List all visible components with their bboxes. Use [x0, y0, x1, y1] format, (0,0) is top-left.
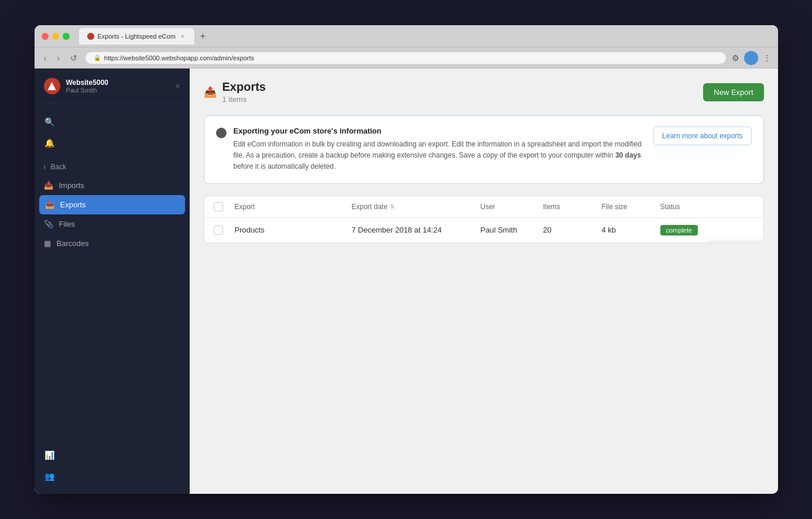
- info-banner-content: Exporting your eCom store's information …: [216, 127, 642, 173]
- store-info-text: Website5000 Paul Smith: [66, 78, 109, 94]
- sidebar-item-label-barcodes: Barcodes: [57, 239, 89, 248]
- row-file-size: 4 kb: [602, 226, 660, 234]
- row-checkbox[interactable]: [214, 226, 223, 235]
- header-export-date[interactable]: Export date ⇅: [352, 202, 481, 211]
- close-window-button[interactable]: [42, 33, 49, 40]
- sidebar-item-exports[interactable]: 📤 Exports: [39, 195, 185, 214]
- column-export-date-label: Export date: [352, 203, 388, 211]
- header-status: Status: [660, 202, 754, 211]
- analytics-icon: 📊: [44, 450, 56, 460]
- tab-label: Exports - Lightspeed eCom: [98, 33, 176, 40]
- lock-icon: 🔒: [94, 54, 101, 61]
- maximize-window-button[interactable]: [63, 33, 70, 40]
- browser-titlebar: Exports - Lightspeed eCom × +: [35, 25, 778, 47]
- back-navigation-button[interactable]: ‹: [42, 52, 49, 64]
- header-checkbox-cell: [214, 202, 235, 211]
- store-name: Website5000: [66, 78, 109, 87]
- row-checkbox-cell: [214, 226, 235, 235]
- browser-tabs: Exports - Lightspeed eCom × +: [79, 28, 771, 45]
- column-user-label: User: [481, 203, 495, 211]
- back-label: Back: [51, 163, 67, 171]
- row-items: 20: [543, 226, 602, 234]
- page-header: 📤 Exports 1 items New Export: [204, 80, 764, 104]
- header-items: Items: [543, 202, 602, 211]
- sidebar-collapse-button[interactable]: ×: [175, 81, 180, 91]
- header-user: User: [481, 202, 543, 211]
- row-export-date: 7 December 2018 at 14:24: [352, 226, 481, 234]
- url-text: https://website5000.webshopapp.com/admin…: [104, 54, 254, 62]
- tab-close-button[interactable]: ×: [179, 33, 186, 40]
- settings-icon[interactable]: ⚙: [732, 53, 739, 63]
- bell-icon: 🔔: [44, 138, 56, 148]
- header-export: Export: [235, 202, 352, 211]
- sidebar-section-imports-exports: ‹ Back 📥 Imports 📤 Exports 📎 Files: [35, 153, 190, 258]
- store-logo: [44, 78, 60, 94]
- sidebar-item-search[interactable]: 🔍: [35, 111, 190, 132]
- user-avatar[interactable]: [744, 51, 758, 65]
- sidebar-item-files[interactable]: 📎 Files: [35, 214, 190, 234]
- page-title: Exports: [222, 80, 266, 94]
- store-logo-icon: [48, 82, 56, 90]
- sidebar-item-notifications[interactable]: 🔔: [35, 132, 190, 153]
- files-icon: 📎: [44, 220, 53, 228]
- exports-table: Export Export date ⇅ User Items File siz…: [204, 196, 764, 243]
- active-browser-tab[interactable]: Exports - Lightspeed eCom ×: [79, 28, 194, 45]
- search-icon: 🔍: [44, 117, 56, 127]
- imports-icon: 📥: [44, 181, 53, 190]
- address-bar[interactable]: 🔒 https://website5000.webshopapp.com/adm…: [85, 52, 726, 64]
- row-actions: complete Download: [660, 225, 754, 235]
- people-icon: 👥: [44, 472, 56, 481]
- select-all-checkbox[interactable]: [214, 202, 223, 211]
- info-icon: [216, 128, 227, 138]
- sidebar-store-info: Website5000 Paul Smith: [44, 78, 109, 94]
- column-file-size-label: File size: [602, 203, 628, 211]
- table-row: Products 7 December 2018 at 14:24 Paul S…: [204, 218, 763, 243]
- browser-controls-right: ⚙ ⋮: [732, 51, 771, 65]
- sidebar-item-label-exports: Exports: [60, 200, 86, 209]
- header-file-size: File size: [602, 202, 660, 211]
- learn-more-button[interactable]: Learn more about exports: [653, 127, 751, 145]
- info-banner: Exporting your eCom store's information …: [204, 115, 764, 184]
- table-header: Export Export date ⇅ User Items File siz…: [204, 196, 763, 218]
- chevron-left-icon: ‹: [44, 163, 46, 171]
- main-content: 📤 Exports 1 items New Export Exporting y…: [190, 69, 778, 494]
- info-description: Edit eCom information in bulk by creatin…: [234, 139, 642, 173]
- menu-icon[interactable]: ⋮: [763, 53, 771, 63]
- minimize-window-button[interactable]: [52, 33, 59, 40]
- context-menu: Download: [707, 241, 764, 243]
- status-badge: complete: [660, 225, 698, 235]
- info-text-block: Exporting your eCom store's information …: [234, 127, 642, 173]
- new-tab-button[interactable]: +: [197, 30, 209, 43]
- new-export-button[interactable]: New Export: [703, 83, 763, 101]
- store-user: Paul Smith: [66, 87, 109, 94]
- sidebar-back-button[interactable]: ‹ Back: [35, 158, 190, 176]
- traffic-lights: [42, 33, 70, 40]
- page-title-block: Exports 1 items: [222, 80, 266, 104]
- items-count: 1 items: [222, 95, 266, 104]
- column-items-label: Items: [543, 203, 560, 211]
- refresh-button[interactable]: ↺: [68, 52, 80, 64]
- download-menu-item[interactable]: Download: [708, 242, 764, 243]
- sidebar-item-label-imports: Imports: [59, 181, 84, 190]
- sort-icon: ⇅: [390, 203, 395, 210]
- sidebar-header: Website5000 Paul Smith ×: [35, 69, 190, 104]
- barcodes-icon: ▦: [44, 239, 51, 248]
- row-user: Paul Smith: [481, 226, 543, 234]
- sidebar-item-analytics[interactable]: 📊: [35, 445, 190, 466]
- column-status-label: Status: [660, 203, 680, 211]
- sidebar-item-label-files: Files: [59, 220, 75, 228]
- info-title: Exporting your eCom store's information: [234, 127, 642, 135]
- sidebar-item-imports[interactable]: 📥 Imports: [35, 176, 190, 195]
- browser-addressbar: ‹ › ↺ 🔒 https://website5000.webshopapp.c…: [35, 47, 778, 69]
- page-title-area: 📤 Exports 1 items: [204, 80, 266, 104]
- row-export-name: Products: [235, 226, 352, 234]
- column-export-label: Export: [235, 203, 255, 211]
- sidebar-item-people[interactable]: 👥: [35, 466, 190, 487]
- exports-icon: 📤: [45, 200, 54, 209]
- sidebar: Website5000 Paul Smith × 🔍 🔔 ‹: [35, 69, 190, 494]
- forward-navigation-button[interactable]: ›: [54, 52, 62, 64]
- sidebar-nav: 🔍 🔔 ‹ Back 📥 Imports 📤: [35, 104, 190, 494]
- app-body: Website5000 Paul Smith × 🔍 🔔 ‹: [35, 69, 778, 494]
- tab-favicon: [87, 33, 94, 40]
- sidebar-item-barcodes[interactable]: ▦ Barcodes: [35, 234, 190, 253]
